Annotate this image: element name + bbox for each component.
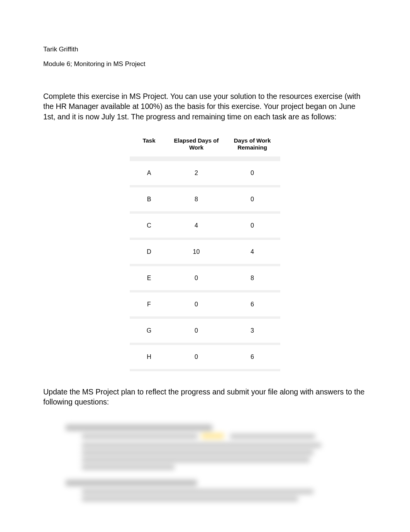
cell-elapsed: 0 xyxy=(168,343,224,371)
cell-task: A xyxy=(130,159,168,185)
cell-elapsed: 8 xyxy=(168,185,224,211)
table-row: E 0 8 xyxy=(130,264,280,290)
cell-remaining: 8 xyxy=(224,264,280,290)
cell-elapsed: 10 xyxy=(168,238,224,264)
author-name: Tarik Griffith xyxy=(43,46,367,53)
cell-task: G xyxy=(130,316,168,343)
cell-task: C xyxy=(130,211,168,238)
table-row: G 0 3 xyxy=(130,316,280,343)
header-elapsed: Elapsed Days of Work xyxy=(168,133,224,159)
header-task: Task xyxy=(130,133,168,159)
cell-remaining: 0 xyxy=(224,211,280,238)
cell-remaining: 3 xyxy=(224,316,280,343)
cell-remaining: 0 xyxy=(224,159,280,185)
cell-remaining: 6 xyxy=(224,343,280,371)
cell-remaining: 6 xyxy=(224,290,280,316)
table-row: H 0 6 xyxy=(130,343,280,371)
blurred-question-2 xyxy=(59,480,367,501)
table-row: D 10 4 xyxy=(130,238,280,264)
module-title: Module 6; Monitoring in MS Project xyxy=(43,60,367,68)
table-row: F 0 6 xyxy=(130,290,280,316)
table-row: A 2 0 xyxy=(130,159,280,185)
update-paragraph: Update the MS Project plan to reflect th… xyxy=(43,387,367,407)
cell-task: B xyxy=(130,185,168,211)
cell-task: E xyxy=(130,264,168,290)
cell-elapsed: 2 xyxy=(168,159,224,185)
cell-remaining: 0 xyxy=(224,185,280,211)
cell-elapsed: 0 xyxy=(168,264,224,290)
table-row: B 8 0 xyxy=(130,185,280,211)
cell-elapsed: 0 xyxy=(168,290,224,316)
cell-task: F xyxy=(130,290,168,316)
instructions-paragraph: Complete this exercise in MS Project. Yo… xyxy=(43,91,367,122)
cell-task: H xyxy=(130,343,168,371)
blurred-question-1 xyxy=(59,425,367,470)
blurred-content xyxy=(43,425,367,501)
cell-remaining: 4 xyxy=(224,238,280,264)
cell-elapsed: 0 xyxy=(168,316,224,343)
header-remaining: Days of Work Remaining xyxy=(224,133,280,159)
document-page: Tarik Griffith Module 6; Monitoring in M… xyxy=(0,0,410,501)
table-row: C 4 0 xyxy=(130,211,280,238)
task-table: Task Elapsed Days of Work Days of Work R… xyxy=(130,133,280,371)
cell-task: D xyxy=(130,238,168,264)
cell-elapsed: 4 xyxy=(168,211,224,238)
table-header-row: Task Elapsed Days of Work Days of Work R… xyxy=(130,133,280,159)
